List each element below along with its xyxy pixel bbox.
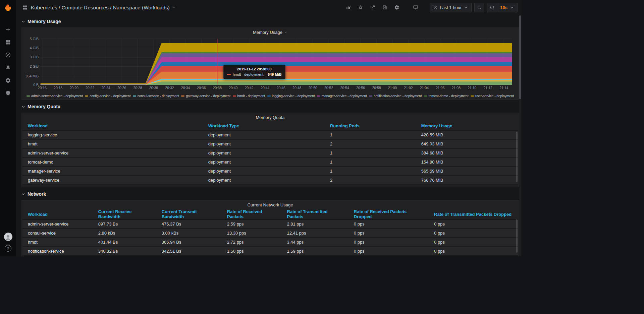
refresh-icon [490,5,494,10]
column-header[interactable]: Workload [22,209,93,219]
clock-icon [433,5,438,10]
panel-title-memory-quota[interactable]: Memory Quota [22,113,519,122]
svg-text:21:06: 21:06 [436,86,444,90]
zoom-out-button[interactable] [474,3,484,12]
workload-link[interactable]: tomcat-demo [28,160,53,165]
scrollbar-thumb[interactable] [519,15,521,99]
section-header-memory-quota[interactable]: Memory Quota [21,103,519,111]
column-header[interactable]: Current Receive Bandwidth [93,209,156,219]
legend-item[interactable]: admin-server-service - deployment [26,94,83,98]
help-button[interactable]: ? [5,245,11,252]
table-cell: deployment [203,158,325,167]
svg-text:20:38: 20:38 [213,86,222,90]
share-button[interactable] [368,3,377,12]
column-header[interactable]: Workload [22,122,203,130]
column-header[interactable]: Current Transmit Bandwidth [156,209,222,219]
table-cell: 384.68 MiB [416,148,518,158]
page-scrollbar[interactable] [519,15,521,256]
time-range-picker[interactable]: Last 1 hour [430,3,472,12]
star-button[interactable] [356,3,365,12]
dashboard-title[interactable]: Kubernetes / Compute Resources / Namespa… [31,5,175,10]
table-scrollbar[interactable] [516,219,518,253]
workload-link[interactable]: notification-service [28,249,64,254]
legend-item[interactable]: config-service - deployment [85,94,130,98]
column-header[interactable]: Rate of Transmitted Packets Dropped [429,209,518,219]
table-row: manager-servicedeployment1565.59 MiB [22,167,518,176]
legend-item[interactable]: hmdt - deployment [233,94,265,98]
alerting-button[interactable] [2,64,14,72]
table-cell: 342.51 Bs [156,247,222,256]
workload-link[interactable]: hmdt [28,240,38,245]
workload-link[interactable]: admin-server-service [28,150,68,155]
workload-link[interactable]: hmdt [28,141,38,146]
column-header[interactable]: Workload Type [203,122,325,130]
column-header[interactable]: Running Pods [325,122,416,130]
column-header[interactable]: Rate of Transmitted Packets [281,209,348,219]
panel-title-network[interactable]: Current Network Usage [22,200,519,209]
legend-item[interactable]: consul-service - deployment [133,94,179,98]
workload-cell[interactable]: admin-server-service [22,148,203,158]
refresh-interval-picker[interactable]: 10s [497,3,518,12]
column-header[interactable]: Memory Usage [416,122,518,130]
column-header[interactable]: Rate of Received Packets Dropped [348,209,429,219]
svg-text:20:42: 20:42 [245,86,254,90]
workload-link[interactable]: logging-service [28,132,57,137]
legend-item[interactable]: logging-service - deployment [267,94,315,98]
save-button[interactable] [380,3,389,12]
section-header-memory-usage[interactable]: Memory Usage [21,17,519,25]
table-row: tomcat-demodeployment1154.80 MiB [22,158,518,167]
legend-item[interactable]: notification-service - deployment [369,94,422,98]
grafana-logo[interactable] [0,0,16,15]
column-header[interactable]: Rate of Received Packets [222,209,282,219]
workload-cell[interactable]: admin-server-service [22,219,93,229]
workload-link[interactable]: consul-service [28,231,56,236]
cycle-view-button[interactable] [411,3,420,12]
add-panel-button[interactable] [344,3,353,12]
table-cell: deployment [203,130,325,139]
svg-text:20:34: 20:34 [181,86,190,90]
workload-cell[interactable]: manager-service [22,167,203,176]
dashboard-settings-button[interactable] [392,3,401,12]
table-scrollbar[interactable] [516,132,518,182]
legend-item[interactable]: tomcat-demo - deployment [424,94,469,98]
settings-gear-icon [394,5,399,10]
legend-series-label: consul-service - deployment [138,94,179,98]
legend-series-label: config-service - deployment [90,94,130,98]
legend-item[interactable]: manager-service - deployment [317,94,367,98]
svg-text:20:52: 20:52 [324,86,333,90]
workload-cell[interactable]: gateway-service [22,176,203,185]
workload-cell[interactable]: hmdt [22,238,93,247]
workload-cell[interactable]: hmdt [22,139,203,148]
grafana-flame-icon [4,3,12,12]
dashboards-button[interactable] [2,38,14,46]
apps-grid-icon [21,3,28,12]
create-button[interactable] [2,25,14,34]
explore-button[interactable] [2,51,14,59]
workload-link[interactable]: admin-server-service [28,222,68,227]
person-icon [4,234,12,241]
table-cell: 1.50 pps [222,247,282,256]
chevron-down-icon [21,105,25,109]
workload-link[interactable]: gateway-service [28,178,59,183]
workload-link[interactable]: manager-service [28,169,60,174]
section-title: Network [28,191,46,197]
user-avatar[interactable] [4,233,12,241]
stacked-area-chart[interactable]: 0 B954 MiB2 GiB3 GiB4 GiB5 GiB20:1620:18… [24,37,517,92]
server-admin-button[interactable] [2,89,14,97]
workload-cell[interactable]: consul-service [22,229,93,238]
svg-text:20:46: 20:46 [277,86,285,90]
legend-item[interactable]: user-service - deployment [471,94,514,98]
table-row: admin-server-service897.73 Bs476.37 Bs2.… [22,219,518,229]
workload-cell[interactable]: logging-service [22,130,203,139]
refresh-button[interactable] [487,3,497,12]
workload-cell[interactable]: notification-service [22,247,93,256]
section-header-network[interactable]: Network [21,190,519,198]
legend-series-color [233,96,236,97]
legend-item[interactable]: gateway-service - deployment [181,94,230,98]
memory-usage-chart[interactable]: 0 B954 MiB2 GiB3 GiB4 GiB5 GiB20:1620:18… [22,37,519,92]
configuration-button[interactable] [2,76,14,84]
workload-cell[interactable]: tomcat-demo [22,158,203,167]
svg-text:3 GiB: 3 GiB [30,55,39,59]
panel-title-memory-usage[interactable]: Memory Usage [22,28,519,37]
memory-quota-panel: Memory Quota WorkloadWorkload TypeRunnin… [21,113,519,187]
